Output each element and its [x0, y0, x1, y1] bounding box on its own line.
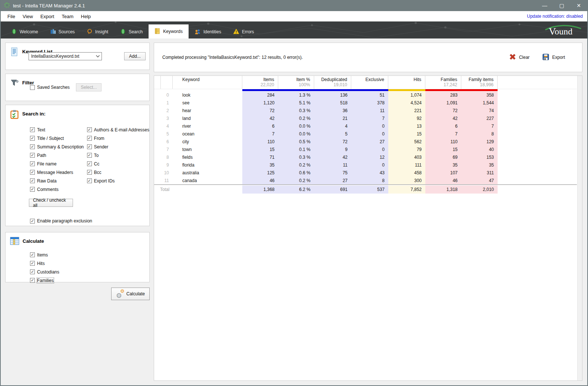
search-in-option-from[interactable]: ✓From [87, 134, 149, 142]
add-keyword-list-button[interactable]: Add... [124, 52, 146, 60]
tab-search[interactable]: Search [114, 25, 149, 38]
calculate-option-families[interactable]: ✓Families [30, 276, 149, 285]
menu-view[interactable]: View [19, 12, 37, 21]
search-in-option-to[interactable]: ✓To [87, 151, 149, 160]
tab-keywords[interactable]: Keywords [149, 24, 189, 38]
checkbox-checked[interactable]: ✓ [30, 127, 35, 132]
calculate-option-hits[interactable]: ✓Hits [30, 259, 149, 268]
search-in-option-comments[interactable]: ✓Comments [30, 185, 87, 194]
column-header-item[interactable]: Item %100% [278, 76, 314, 89]
search-in-option-sender[interactable]: ✓Sender [87, 142, 149, 151]
column-header-items[interactable]: Items22,020 [242, 76, 278, 89]
menu-file[interactable]: File [4, 12, 19, 21]
tab-identities[interactable]: Identities [189, 25, 227, 38]
search-in-option-summary-description[interactable]: ✓Summary & Description [30, 142, 87, 151]
table-row[interactable]: 7town150.1 %90791540 [154, 145, 577, 153]
row-select-cell [154, 138, 161, 145]
table-row[interactable]: 2hear720.3 %36112217274 [154, 107, 577, 114]
search-in-option-cc[interactable]: ✓Cc [87, 160, 149, 168]
checkbox-checked[interactable]: ✓ [30, 269, 35, 274]
column-header-families[interactable]: Families17,242 [425, 76, 461, 89]
vertical-scrollbar[interactable] [577, 76, 582, 380]
column-header-keyword[interactable]: Keyword [173, 76, 242, 89]
checkbox-checked[interactable]: ✓ [30, 161, 35, 166]
tab-errors[interactable]: Errors [227, 25, 260, 38]
checkbox-checked[interactable]: ✓ [87, 178, 92, 183]
row-filler [498, 145, 577, 153]
calculate-option-custodians[interactable]: ✓Custodians [30, 268, 149, 276]
checkbox-checked[interactable]: ✓ [30, 170, 35, 175]
search-in-option-export-ids[interactable]: ✓Export IDs [87, 177, 149, 185]
checkbox-checked[interactable]: ✓ [30, 187, 35, 192]
clear-button[interactable]: Clear [509, 53, 530, 62]
table-row[interactable]: 3land420.2 %2179242227 [154, 114, 577, 122]
menu-export[interactable]: Export [37, 12, 58, 21]
row-filler [498, 91, 577, 99]
floppy-disk-icon [542, 53, 549, 62]
checkbox-checked[interactable]: ✓ [30, 252, 35, 257]
export-button[interactable]: Export [542, 53, 565, 62]
checkbox-checked[interactable]: ✓ [87, 161, 92, 166]
search-in-option-title-subject[interactable]: ✓Title / Subject [30, 134, 87, 142]
value-cell-family-items: 153 [461, 153, 498, 161]
checkbox-checked[interactable]: ✓ [87, 170, 92, 175]
value-cell-deduplicated: 518 [314, 99, 351, 107]
table-row[interactable]: 9florida350.2 %1101113535 [154, 161, 577, 169]
table-grid-icon [10, 237, 19, 246]
select-saved-searches-button[interactable]: Select... [76, 83, 102, 91]
enable-paragraph-exclusion-checkbox[interactable]: ✓ Enable paragraph exclusion [30, 218, 149, 224]
search-in-option-raw-data[interactable]: ✓Raw Data [30, 177, 87, 185]
table-row[interactable]: 10australia1250.6 %7543458107311 [154, 169, 577, 177]
tab-bar: Welcome Sources Insight Search Keywords … [1, 21, 587, 38]
minimize-button[interactable]: — [536, 0, 553, 11]
table-row[interactable]: 11canada460.2 %2783004647 [154, 177, 577, 184]
checkbox-checked[interactable]: ✓ [87, 153, 92, 158]
checkbox-checked[interactable]: ✓ [87, 127, 92, 132]
column-header-deduplicated[interactable]: Deduplicated19,010 [314, 76, 351, 89]
checkbox-unchecked[interactable] [30, 85, 35, 90]
checkbox-checked[interactable]: ✓ [87, 136, 92, 141]
row-select-cell [154, 91, 161, 99]
table-row[interactable]: 1see1,1205.1 %5183784,5241,0911,544 [154, 99, 577, 107]
table-row[interactable]: 5ocean70.0 %501578 [154, 130, 577, 138]
checkbox-checked[interactable]: ✓ [30, 178, 35, 183]
check-uncheck-all-button[interactable]: Check / uncheck all [29, 199, 73, 207]
search-in-option-authors-e-mail-addresses[interactable]: ✓Authors & E-mail Addresses [87, 125, 149, 134]
value-cell-item: 0.2 % [278, 177, 314, 184]
column-header-family-items[interactable]: Family items18,996 [461, 76, 498, 89]
chevron-down-icon [96, 54, 100, 59]
checkbox-checked[interactable]: ✓ [87, 144, 92, 149]
search-in-option-message-headers[interactable]: ✓Message Headers [30, 168, 87, 177]
search-in-option-bcc[interactable]: ✓Bcc [87, 168, 149, 177]
calculate-button[interactable]: ⚙⚙ Calculate [111, 288, 150, 300]
checkbox-checked[interactable]: ✓ [30, 261, 35, 266]
table-row[interactable]: 8fields710.3 %421240369153 [154, 153, 577, 161]
row-select-cell [154, 153, 161, 161]
update-notification-link[interactable]: Update notification: disabled [527, 14, 583, 19]
menu-team[interactable]: Team [58, 12, 77, 21]
value-cell-hits: 92 [388, 114, 425, 122]
checkbox-checked[interactable]: ✓ [30, 136, 35, 141]
checkbox-checked[interactable]: ✓ [30, 153, 35, 158]
keyword-cell: hear [173, 107, 242, 114]
column-header-hits[interactable]: Hits [388, 76, 425, 89]
search-in-option-text[interactable]: ✓Text [30, 125, 87, 134]
close-button[interactable]: ✕ [570, 0, 587, 11]
maximize-button[interactable]: ▢ [553, 0, 570, 11]
calculate-option-items[interactable]: ✓Items [30, 251, 149, 259]
tab-insight[interactable]: Insight [81, 25, 114, 38]
checkbox-checked[interactable]: ✓ [30, 278, 35, 283]
saved-searches-checkbox[interactable]: Saved Searches [30, 85, 70, 90]
checkbox-checked[interactable]: ✓ [30, 144, 35, 149]
table-row[interactable]: 0look2841.3 %136511,074283358 [154, 91, 577, 99]
tab-sources[interactable]: Sources [44, 25, 81, 38]
search-in-option-file-name[interactable]: ✓File name [30, 160, 87, 168]
table-row[interactable]: 6city1100.5 %7227562110129 [154, 138, 577, 145]
menu-help[interactable]: Help [77, 12, 94, 21]
keyword-list-dropdown[interactable]: IntellaBasicsKeyword.txt [29, 52, 102, 60]
tab-welcome[interactable]: Welcome [5, 25, 44, 38]
checkbox-checked[interactable]: ✓ [30, 219, 35, 224]
table-row[interactable]: 4river60.0 %401367 [154, 122, 577, 130]
search-in-option-path[interactable]: ✓Path [30, 151, 87, 160]
column-header-exclusive[interactable]: Exclusive [351, 76, 388, 89]
